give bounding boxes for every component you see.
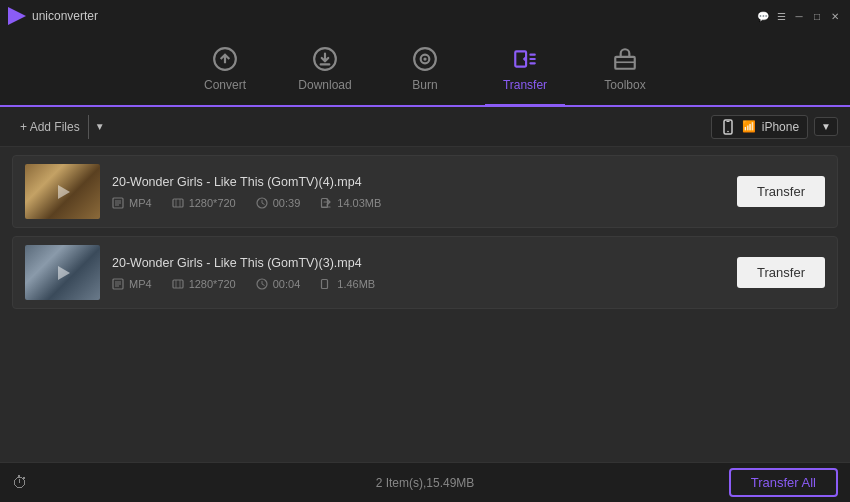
format-value-2: MP4 <box>129 278 152 290</box>
nav-label-convert: Convert <box>204 78 246 92</box>
toolbox-icon <box>612 46 638 72</box>
add-files-dropdown-button[interactable]: ▼ <box>88 115 111 139</box>
file-duration-2: 00:04 <box>256 278 301 290</box>
svg-point-5 <box>423 57 426 60</box>
resolution-value-2: 1280*720 <box>189 278 236 290</box>
download-icon <box>312 46 338 72</box>
resolution-icon-2 <box>172 278 184 290</box>
svg-marker-0 <box>8 7 26 25</box>
file-resolution-2: 1280*720 <box>172 278 236 290</box>
file-format-2: MP4 <box>112 278 152 290</box>
file-format-1: MP4 <box>112 197 152 209</box>
menu-icon[interactable]: ☰ <box>774 9 788 23</box>
size-icon-2 <box>320 278 332 290</box>
nav-label-toolbox: Toolbox <box>604 78 645 92</box>
nav-label-transfer: Transfer <box>503 78 547 92</box>
svg-rect-17 <box>173 199 183 207</box>
svg-marker-12 <box>58 185 70 199</box>
nav-item-download[interactable]: Download <box>275 31 375 106</box>
svg-line-34 <box>262 284 265 286</box>
transfer-all-button[interactable]: Transfer All <box>729 468 838 497</box>
minimize-button[interactable]: ─ <box>792 9 806 23</box>
duration-icon-2 <box>256 278 268 290</box>
nav-item-transfer[interactable]: Transfer <box>475 31 575 106</box>
svg-marker-24 <box>58 266 70 280</box>
file-resolution-1: 1280*720 <box>172 197 236 209</box>
iphone-icon <box>720 119 736 135</box>
resolution-value-1: 1280*720 <box>189 197 236 209</box>
main-content: 20-Wonder Girls - Like This (GomTV)(4).m… <box>0 147 850 462</box>
size-value-1: 14.03MB <box>337 197 381 209</box>
title-bar-left: uniconverter <box>8 7 98 25</box>
status-bar: ⏱ 2 Item(s),15.49MB Transfer All <box>0 462 850 502</box>
play-icon-2 <box>53 263 73 283</box>
file-thumbnail-2 <box>25 245 100 300</box>
format-value-1: MP4 <box>129 197 152 209</box>
file-thumbnail-1 <box>25 164 100 219</box>
file-item: 20-Wonder Girls - Like This (GomTV)(4).m… <box>12 155 838 228</box>
size-icon-1 <box>320 197 332 209</box>
transfer-button-2[interactable]: Transfer <box>737 257 825 288</box>
file-meta-1: MP4 1280*720 00:39 <box>112 197 725 209</box>
device-dropdown-button[interactable]: ▼ <box>814 117 838 136</box>
nav-label-download: Download <box>298 78 351 92</box>
device-name: iPhone <box>762 120 799 134</box>
app-logo-icon <box>8 7 26 25</box>
file-size-2: 1.46MB <box>320 278 375 290</box>
status-left: ⏱ <box>12 474 28 492</box>
nav-item-convert[interactable]: Convert <box>175 31 275 106</box>
toolbar-left: + Add Files ▼ <box>12 115 111 139</box>
history-icon[interactable]: ⏱ <box>12 474 28 492</box>
app-name: uniconverter <box>32 9 98 23</box>
file-info-1: 20-Wonder Girls - Like This (GomTV)(4).m… <box>112 175 725 209</box>
device-label: 📶 <box>742 120 756 133</box>
title-bar-controls: 💬 ☰ ─ □ ✕ <box>756 9 842 23</box>
device-selector[interactable]: 📶 iPhone <box>711 115 808 139</box>
svg-point-10 <box>727 130 729 132</box>
add-files-button[interactable]: + Add Files <box>12 116 88 138</box>
status-item-count: 2 Item(s),15.49MB <box>376 476 475 490</box>
svg-rect-29 <box>173 280 183 288</box>
file-name-1: 20-Wonder Girls - Like This (GomTV)(4).m… <box>112 175 725 189</box>
duration-value-1: 00:39 <box>273 197 301 209</box>
format-icon-2 <box>112 278 124 290</box>
nav-bar: Convert Download Burn Transfer <box>0 32 850 107</box>
toolbar-right: 📶 iPhone ▼ <box>711 115 838 139</box>
nav-item-toolbox[interactable]: Toolbox <box>575 31 675 106</box>
play-icon-1 <box>53 182 73 202</box>
file-item-2: 20-Wonder Girls - Like This (GomTV)(3).m… <box>12 236 838 309</box>
file-name-2: 20-Wonder Girls - Like This (GomTV)(3).m… <box>112 256 725 270</box>
nav-item-burn[interactable]: Burn <box>375 31 475 106</box>
nav-label-burn: Burn <box>412 78 437 92</box>
chat-icon[interactable]: 💬 <box>756 9 770 23</box>
close-button[interactable]: ✕ <box>828 9 842 23</box>
format-icon-1 <box>112 197 124 209</box>
duration-icon-1 <box>256 197 268 209</box>
resolution-icon-1 <box>172 197 184 209</box>
transfer-button-1[interactable]: Transfer <box>737 176 825 207</box>
duration-value-2: 00:04 <box>273 278 301 290</box>
convert-icon <box>212 46 238 72</box>
toolbar: + Add Files ▼ 📶 iPhone ▼ <box>0 107 850 147</box>
file-meta-2: MP4 1280*720 00:04 <box>112 278 725 290</box>
burn-icon <box>412 46 438 72</box>
svg-rect-35 <box>322 279 328 288</box>
file-info-2: 20-Wonder Girls - Like This (GomTV)(3).m… <box>112 256 725 290</box>
maximize-button[interactable]: □ <box>810 9 824 23</box>
size-value-2: 1.46MB <box>337 278 375 290</box>
file-size-1: 14.03MB <box>320 197 381 209</box>
file-duration-1: 00:39 <box>256 197 301 209</box>
add-files-label: + Add Files <box>20 120 80 134</box>
title-bar: uniconverter 💬 ☰ ─ □ ✕ <box>0 0 850 32</box>
svg-rect-23 <box>322 198 328 207</box>
transfer-icon <box>512 46 538 72</box>
svg-line-22 <box>262 203 265 205</box>
